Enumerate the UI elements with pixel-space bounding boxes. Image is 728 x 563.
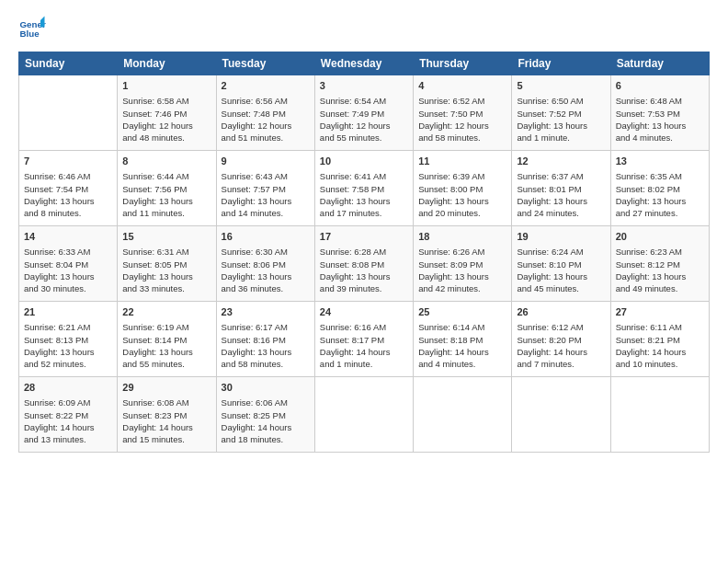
day-info-line: Sunrise: 6:24 AM	[517, 246, 605, 258]
day-info-line: Daylight: 13 hours	[24, 270, 112, 282]
day-number: 11	[418, 155, 506, 168]
day-info-line: Daylight: 14 hours	[222, 421, 310, 433]
day-cell: 16Sunrise: 6:30 AMSunset: 8:06 PMDayligh…	[216, 226, 314, 302]
day-cell	[512, 377, 610, 453]
day-number: 14	[24, 230, 112, 244]
week-row-4: 21Sunrise: 6:21 AMSunset: 8:13 PMDayligh…	[19, 302, 710, 377]
day-info-line: Sunrise: 6:14 AM	[418, 321, 506, 333]
day-cell: 24Sunrise: 6:16 AMSunset: 8:17 PMDayligh…	[314, 302, 413, 377]
day-info-line: and 30 minutes.	[24, 282, 112, 294]
day-number: 23	[222, 305, 310, 319]
day-info-line: Sunrise: 6:17 AM	[222, 321, 310, 333]
day-info-line: Sunset: 7:50 PM	[418, 108, 506, 120]
day-cell: 19Sunrise: 6:24 AMSunset: 8:10 PMDayligh…	[512, 226, 610, 302]
day-info-line: Daylight: 14 hours	[24, 421, 112, 433]
col-header-saturday: Saturday	[610, 52, 709, 75]
day-info-line: Daylight: 13 hours	[122, 195, 210, 207]
day-info-line: Sunrise: 6:37 AM	[517, 170, 605, 182]
day-number: 26	[517, 305, 605, 319]
day-cell	[610, 377, 709, 453]
day-info-line: and 55 minutes.	[320, 132, 408, 144]
day-number: 27	[616, 305, 704, 319]
day-info-line: Sunrise: 6:09 AM	[24, 396, 112, 408]
day-info-line: and 58 minutes.	[418, 132, 506, 144]
day-info-line: and 4 minutes.	[616, 132, 704, 144]
day-info-line: Daylight: 14 hours	[616, 346, 704, 358]
day-cell: 10Sunrise: 6:41 AMSunset: 7:58 PMDayligh…	[314, 151, 413, 226]
day-info-line: Daylight: 13 hours	[24, 195, 112, 207]
day-cell: 3Sunrise: 6:54 AMSunset: 7:49 PMDaylight…	[314, 75, 413, 151]
day-info-line: Sunrise: 6:44 AM	[122, 170, 210, 182]
day-cell: 26Sunrise: 6:12 AMSunset: 8:20 PMDayligh…	[512, 302, 610, 377]
day-cell: 28Sunrise: 6:09 AMSunset: 8:22 PMDayligh…	[19, 377, 118, 453]
day-info-line: Sunrise: 6:35 AM	[616, 170, 704, 182]
day-info-line: Sunset: 8:00 PM	[418, 183, 506, 195]
day-info-line: and 18 minutes.	[222, 433, 310, 445]
day-info-line: Sunrise: 6:50 AM	[517, 95, 605, 107]
header: General Blue	[18, 15, 710, 42]
day-info-line: Sunset: 8:16 PM	[222, 334, 310, 346]
day-info-line: Sunrise: 6:30 AM	[222, 246, 310, 258]
day-cell: 1Sunrise: 6:58 AMSunset: 7:46 PMDaylight…	[118, 75, 216, 151]
col-header-tuesday: Tuesday	[216, 52, 314, 75]
day-info-line: Sunrise: 6:43 AM	[222, 170, 310, 182]
day-info-line: and 4 minutes.	[418, 358, 506, 370]
day-info-line: Sunset: 8:17 PM	[320, 334, 408, 346]
day-info-line: and 33 minutes.	[122, 282, 210, 294]
day-cell: 30Sunrise: 6:06 AMSunset: 8:25 PMDayligh…	[216, 377, 314, 453]
day-number: 29	[122, 381, 210, 395]
day-info-line: Sunset: 8:09 PM	[418, 259, 506, 270]
day-info-line: and 20 minutes.	[418, 207, 506, 219]
day-info-line: Sunset: 8:21 PM	[616, 334, 704, 346]
day-info-line: Sunset: 8:02 PM	[616, 183, 704, 195]
day-info-line: Daylight: 14 hours	[122, 421, 210, 433]
calendar-table: SundayMondayTuesdayWednesdayThursdayFrid…	[18, 52, 710, 453]
day-number: 24	[320, 305, 408, 319]
day-cell: 14Sunrise: 6:33 AMSunset: 8:04 PMDayligh…	[19, 226, 118, 302]
day-info-line: Daylight: 13 hours	[222, 346, 310, 358]
day-info-line: Sunset: 8:13 PM	[24, 334, 112, 346]
day-cell: 25Sunrise: 6:14 AMSunset: 8:18 PMDayligh…	[414, 302, 512, 377]
day-info-line: Sunrise: 6:48 AM	[616, 95, 704, 107]
day-info-line: and 58 minutes.	[222, 358, 310, 370]
day-info-line: Sunset: 7:48 PM	[222, 108, 310, 120]
day-info-line: and 7 minutes.	[517, 358, 605, 370]
day-info-line: Sunset: 7:53 PM	[616, 108, 704, 120]
day-cell: 7Sunrise: 6:46 AMSunset: 7:54 PMDaylight…	[19, 151, 118, 226]
day-cell	[19, 75, 118, 151]
day-info-line: Sunrise: 6:21 AM	[24, 321, 112, 333]
day-cell: 9Sunrise: 6:43 AMSunset: 7:57 PMDaylight…	[216, 151, 314, 226]
day-number: 28	[24, 381, 112, 395]
day-info-line: Sunset: 8:23 PM	[122, 409, 210, 421]
day-info-line: Sunrise: 6:11 AM	[616, 321, 704, 333]
day-cell: 21Sunrise: 6:21 AMSunset: 8:13 PMDayligh…	[19, 302, 118, 377]
day-cell: 12Sunrise: 6:37 AMSunset: 8:01 PMDayligh…	[512, 151, 610, 226]
day-cell: 17Sunrise: 6:28 AMSunset: 8:08 PMDayligh…	[314, 226, 413, 302]
day-info-line: and 27 minutes.	[616, 207, 704, 219]
day-cell: 13Sunrise: 6:35 AMSunset: 8:02 PMDayligh…	[610, 151, 709, 226]
day-info-line: Daylight: 12 hours	[122, 120, 210, 132]
col-header-friday: Friday	[512, 52, 610, 75]
day-info-line: Sunrise: 6:06 AM	[222, 396, 310, 408]
day-info-line: and 1 minute.	[320, 358, 408, 370]
day-info-line: Sunrise: 6:23 AM	[616, 246, 704, 258]
day-info-line: Sunset: 7:56 PM	[122, 183, 210, 195]
day-number: 1	[122, 79, 210, 93]
day-info-line: Sunrise: 6:52 AM	[418, 95, 506, 107]
day-info-line: Sunrise: 6:08 AM	[122, 396, 210, 408]
day-info-line: and 42 minutes.	[418, 282, 506, 294]
day-info-line: Sunset: 8:12 PM	[616, 259, 704, 270]
day-number: 20	[616, 230, 704, 244]
day-info-line: Sunrise: 6:26 AM	[418, 246, 506, 258]
day-info-line: and 45 minutes.	[517, 282, 605, 294]
day-number: 7	[24, 155, 112, 168]
svg-marker-2	[40, 17, 45, 28]
day-cell	[314, 377, 413, 453]
day-info-line: Sunset: 7:54 PM	[24, 183, 112, 195]
week-row-2: 7Sunrise: 6:46 AMSunset: 7:54 PMDaylight…	[19, 151, 710, 226]
day-info-line: Sunrise: 6:54 AM	[320, 95, 408, 107]
day-info-line: and 52 minutes.	[24, 358, 112, 370]
day-number: 25	[418, 305, 506, 319]
day-info-line: and 36 minutes.	[222, 282, 310, 294]
day-cell	[414, 377, 512, 453]
